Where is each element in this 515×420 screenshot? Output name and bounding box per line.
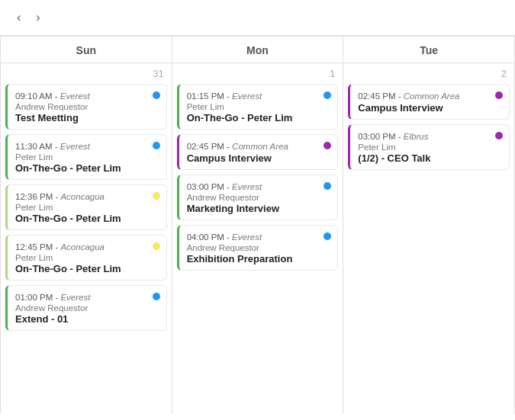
event-time-text: 03:00 PM - Elbrus [358,132,428,141]
event-title: On-The-Go - Peter Lim [15,162,160,174]
event-header: 01:15 PM - Everest [187,90,332,101]
event-title: Campus Interview [358,102,503,114]
day-header-tue: Tue [343,36,515,63]
day-number: 31 [5,68,167,79]
event-dot-icon [323,182,331,190]
event-time: 09:10 AM - Everest [15,90,90,101]
event-dot-icon [153,142,160,149]
event-person: Andrew Requestor [187,193,332,202]
event-card[interactable]: 09:10 AM - EverestAndrew RequestorTest M… [5,84,167,130]
event-time: 04:00 PM - Everest [187,231,262,242]
event-card[interactable]: 02:45 PM - Common AreaCampus Interview [177,134,339,170]
event-header: 09:10 AM - Everest [15,90,160,101]
event-card[interactable]: 12:45 PM - AconcaguaPeter LimOn-The-Go -… [5,235,167,281]
event-header: 04:00 PM - Everest [187,231,332,242]
event-header: 03:00 PM - Elbrus [358,130,503,142]
event-person: Andrew Requestor [15,303,160,313]
next-button[interactable]: › [31,8,44,27]
prev-button[interactable]: ‹ [12,8,25,27]
event-card[interactable]: 04:00 PM - EverestAndrew RequestorExhibi… [177,225,339,271]
event-header: 03:00 PM - Everest [187,181,332,192]
event-time-text: 12:45 PM - Aconcagua [15,242,105,252]
event-person: Peter Lim [358,143,503,152]
event-title: Marketing Interview [187,203,332,214]
event-time-text: 11:30 AM - Everest [15,142,90,151]
event-title: Test Meetting [15,112,160,123]
event-time: 12:36 PM - Aconcagua [15,191,105,202]
calendar-header: ‹ › [0,0,515,36]
event-dot-icon [495,91,503,99]
event-title: Extend - 01 [15,313,160,325]
day-column-sun: 3109:10 AM - EverestAndrew RequestorTest… [1,63,172,414]
day-number: 2 [348,68,510,79]
event-dot-icon [153,293,160,300]
event-time: 03:00 PM - Elbrus [358,130,428,142]
event-time: 11:30 AM - Everest [15,140,90,152]
event-time: 01:15 PM - Everest [187,90,262,101]
event-card[interactable]: 01:00 PM - EverestAndrew RequestorExtend… [5,285,167,331]
event-time-text: 02:45 PM - Common Area [358,91,459,101]
event-header: 02:45 PM - Common Area [358,90,503,101]
event-time-text: 12:36 PM - Aconcagua [15,192,105,201]
event-person: Peter Lim [15,152,160,162]
event-header: 12:45 PM - Aconcagua [15,241,160,252]
event-time-text: 01:00 PM - Everest [15,293,90,302]
event-title: Campus Interview [187,152,332,164]
day-number: 1 [177,68,339,79]
event-dot-icon [153,91,160,99]
event-time-text: 09:10 AM - Everest [15,91,90,101]
event-time-text: 01:15 PM - Everest [187,91,262,101]
event-card[interactable]: 11:30 AM - EverestPeter LimOn-The-Go - P… [5,134,167,180]
event-header: 01:00 PM - Everest [15,291,160,303]
event-person: Andrew Requestor [187,243,332,252]
event-time: 03:00 PM - Everest [187,181,262,192]
event-card[interactable]: 02:45 PM - Common AreaCampus Interview [348,84,510,120]
day-column-tue: 202:45 PM - Common AreaCampus Interview0… [343,63,515,414]
event-card[interactable]: 12:36 PM - AconcaguaPeter LimOn-The-Go -… [5,184,167,230]
event-time: 02:45 PM - Common Area [358,90,459,101]
event-header: 02:45 PM - Common Area [187,140,332,152]
event-person: Peter Lim [15,253,160,262]
event-title: Exhibition Preparation [187,253,332,265]
event-title: On-The-Go - Peter Lim [15,263,160,274]
event-dot-icon [153,242,160,250]
event-card[interactable]: 01:15 PM - EverestPeter LimOn-The-Go - P… [177,84,339,130]
event-dot-icon [153,192,160,200]
event-title: (1/2) - CEO Talk [358,152,503,164]
event-dot-icon [495,132,503,139]
event-dot-icon [323,142,331,149]
event-card[interactable]: 03:00 PM - EverestAndrew RequestorMarket… [177,175,339,220]
event-time: 12:45 PM - Aconcagua [15,241,105,252]
event-person: Peter Lim [187,102,332,111]
event-time: 02:45 PM - Common Area [187,140,288,152]
day-column-mon: 101:15 PM - EverestPeter LimOn-The-Go - … [172,63,344,414]
calendar-grid: SunMonTue3109:10 AM - EverestAndrew Requ… [0,36,515,414]
event-time-text: 04:00 PM - Everest [187,232,262,242]
day-header-mon: Mon [172,36,344,63]
event-dot-icon [323,91,331,99]
event-time-text: 02:45 PM - Common Area [187,142,288,151]
event-time: 01:00 PM - Everest [15,291,90,303]
event-title: On-The-Go - Peter Lim [187,112,332,123]
event-header: 12:36 PM - Aconcagua [15,191,160,202]
day-header-sun: Sun [1,36,172,63]
event-title: On-The-Go - Peter Lim [15,213,160,224]
event-header: 11:30 AM - Everest [15,140,160,152]
event-time-text: 03:00 PM - Everest [187,182,262,191]
today-button[interactable] [51,14,63,21]
event-person: Peter Lim [15,203,160,212]
event-card[interactable]: 03:00 PM - ElbrusPeter Lim(1/2) - CEO Ta… [348,124,510,170]
event-dot-icon [323,232,331,240]
event-person: Andrew Requestor [15,102,160,111]
